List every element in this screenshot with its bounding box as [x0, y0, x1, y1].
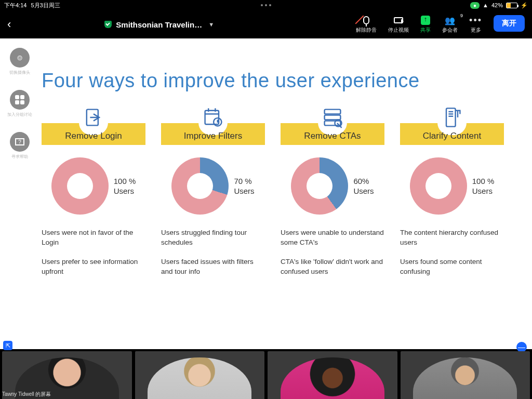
donut-chart	[410, 157, 467, 215]
column-heading: Improve Filters	[184, 131, 242, 141]
svg-rect-7	[325, 115, 341, 120]
participants-count: 9	[460, 13, 463, 18]
sharing-indicator-icon[interactable]: ⇱	[3, 341, 12, 350]
stop-video-button[interactable]: 停止视频	[388, 15, 409, 34]
help-label: 寻求帮助	[11, 154, 28, 159]
column-notes: The content hierarchy confused users Use…	[400, 228, 504, 286]
participant-strip: ⇱ — Wenge Tawny Tidwell Dominique Dorvil…	[0, 349, 532, 399]
column-heading: Remove Login	[65, 131, 122, 141]
breakout-rooms-button[interactable]: 加入分组讨论	[7, 90, 32, 117]
slide-column: Remove CTAs 60%Users Users were unable t…	[281, 105, 384, 286]
camera-dot-icon: ●	[473, 3, 476, 8]
battery-percent: 42%	[491, 2, 503, 8]
camera-switch-icon: ⌾	[10, 48, 30, 68]
floating-tool-rail: ⌾ 切换摄像头 加入分组讨论 ? 寻求帮助	[7, 48, 32, 159]
slide-title: Four ways to improve the user experience	[42, 70, 496, 92]
participant-video	[148, 357, 251, 399]
column-icon	[202, 105, 224, 129]
svg-rect-9	[446, 108, 456, 126]
participant-tile[interactable]: Tawny Tidwell	[135, 351, 265, 399]
participants-icon	[445, 15, 455, 25]
column-heading: Remove CTAs	[304, 131, 361, 141]
column-notes: Users were unable to understand some CTA…	[281, 228, 384, 286]
switch-camera-button[interactable]: ⌾ 切换摄像头	[9, 48, 30, 75]
slide-columns: Remove Login 100 %Users Users were not i…	[42, 105, 496, 286]
microphone-muted-icon	[363, 15, 369, 25]
chevron-down-icon: ▼	[208, 21, 214, 28]
presentation-slide: Four ways to improve the user experience…	[0, 38, 532, 297]
leave-button[interactable]: 离开	[494, 15, 525, 32]
grabber-dots	[261, 4, 271, 6]
battery-icon	[506, 3, 517, 8]
column-note: CTA's like 'follow' didn't work and conf…	[281, 257, 384, 277]
column-note: Users struggled finding tour schedules	[161, 228, 265, 248]
wifi-icon: ▲	[483, 2, 488, 8]
more-label: 更多	[471, 26, 481, 34]
donut-label: 100 %Users	[114, 176, 136, 196]
participants-button[interactable]: 9 参会者	[442, 15, 458, 34]
column-note: Users found some content confusing	[400, 257, 504, 277]
device-status-bar: 下午4:14 5月3日周三 ● ▲ 42% ⚡	[0, 0, 532, 10]
donut-label: 100 %Users	[472, 176, 495, 196]
status-date: 5月3日周三	[31, 2, 60, 9]
participant-tile[interactable]: Dominique Dorvil	[268, 351, 397, 399]
share-screen-button[interactable]: 共享	[420, 15, 431, 34]
column-note: The content hierarchy confused users	[400, 228, 504, 248]
donut-chart	[51, 157, 109, 215]
charging-icon: ⚡	[521, 2, 528, 9]
share-label: 共享	[420, 26, 431, 34]
column-note: Users faced issues with filters and tour…	[161, 257, 265, 277]
svg-rect-6	[325, 110, 341, 114]
breakout-label: 加入分组讨论	[7, 112, 32, 117]
svg-rect-1	[205, 111, 219, 124]
unmute-button[interactable]: 解除静音	[356, 15, 377, 34]
switch-camera-label: 切换摄像头	[9, 70, 30, 75]
status-time: 下午4:14	[4, 2, 26, 9]
unmute-label: 解除静音	[356, 26, 377, 34]
meeting-title-group[interactable]: Smithsonian Travelin… ▼	[104, 20, 214, 29]
zoom-toolbar: ‹ Smithsonian Travelin… ▼ 解除静音 停止视频 共享 9…	[0, 10, 532, 38]
slide-column: Clarify Content 100 %Users The content h…	[400, 105, 504, 286]
shared-screen-stage: ⌾ 切换摄像头 加入分组讨论 ? 寻求帮助 Four ways to impro…	[0, 38, 532, 349]
slide-column: Improve Filters 70 %Users Users struggle…	[161, 105, 265, 286]
back-button[interactable]: ‹	[7, 18, 11, 31]
more-icon: •••	[469, 15, 482, 25]
sharing-caption: Tawny Tidwell 的屏幕	[2, 391, 51, 398]
minimize-strip-button[interactable]: —	[516, 342, 527, 352]
participants-label: 参会者	[442, 26, 458, 34]
column-notes: Users struggled finding tour schedules U…	[161, 228, 265, 286]
request-help-button[interactable]: ? 寻求帮助	[10, 132, 30, 159]
help-icon: ?	[10, 132, 30, 152]
column-icon	[321, 105, 344, 129]
more-button[interactable]: ••• 更多	[469, 15, 482, 34]
column-note: Users were unable to understand some CTA…	[281, 228, 384, 248]
participant-video	[413, 357, 517, 399]
column-icon	[441, 105, 463, 129]
column-icon	[82, 105, 105, 129]
meeting-title: Smithsonian Travelin…	[116, 20, 202, 29]
column-heading: Clarify Content	[423, 131, 481, 141]
donut-chart	[171, 157, 229, 215]
column-note: Users prefer to see information upfront	[42, 257, 145, 277]
share-icon	[421, 15, 430, 25]
camera-indicator-pill: ●	[470, 2, 480, 9]
stop-video-label: 停止视频	[388, 26, 409, 34]
participant-tile[interactable]: Ed Liskey	[401, 351, 530, 399]
column-notes: Users were not in favor of the Login Use…	[42, 228, 145, 286]
slide-column: Remove Login 100 %Users Users were not i…	[42, 105, 145, 286]
encryption-shield-icon	[104, 21, 112, 28]
column-note: Users were not in favor of the Login	[42, 228, 145, 248]
donut-label: 60%Users	[353, 176, 374, 196]
donut-label: 70 %Users	[234, 176, 254, 196]
grid-icon	[10, 90, 30, 110]
camera-icon	[394, 15, 403, 25]
participant-video	[281, 357, 384, 399]
donut-chart	[291, 157, 348, 215]
